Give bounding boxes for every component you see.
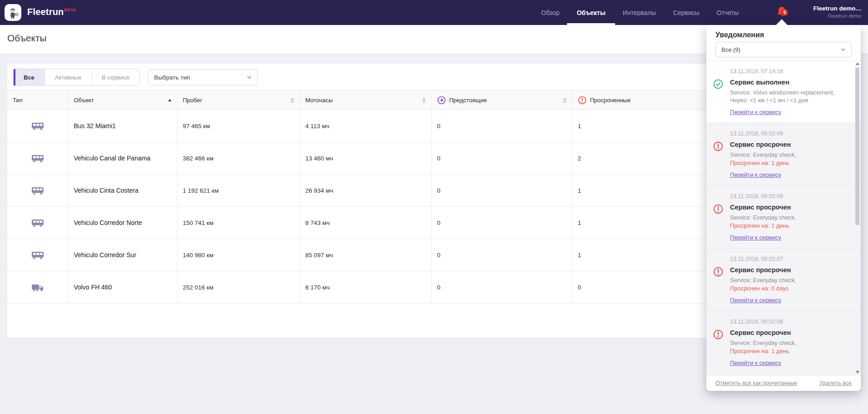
notification-item[interactable]: 13.11.2018, 00:02:08 Сервис просрочен Se…	[706, 186, 861, 249]
notification-overdue-line: Просрочен на: 1 день	[730, 222, 849, 229]
notification-service-line: Service: Everyday check,	[730, 339, 849, 347]
sort-icon[interactable]	[291, 98, 294, 103]
object-mileage: 1 192 621 км	[177, 175, 300, 207]
object-engine-hours: 85 097 мч	[300, 239, 431, 271]
object-upcoming: 0	[431, 142, 572, 175]
brand-name: FleetrunBETA	[27, 7, 76, 17]
nav-item[interactable]: Отчеты	[717, 0, 739, 25]
object-name: Volvo FH 460	[68, 271, 177, 304]
notification-title: Сервис просрочен	[730, 266, 849, 274]
go-to-service-link[interactable]: Перейти к сервису	[730, 234, 781, 241]
go-to-service-link[interactable]: Перейти к сервису	[730, 171, 781, 178]
notification-service-line: Service: Everyday check,	[730, 276, 849, 284]
notification-title: Сервис выполнен	[730, 79, 849, 86]
col-object[interactable]: Объект	[68, 91, 177, 110]
notifications-bell-button[interactable]: 5	[776, 6, 791, 20]
notifications-title: Уведомления	[715, 31, 764, 39]
filter-tab[interactable]: Все	[13, 69, 44, 85]
object-engine-hours: 26 934 мч	[300, 175, 431, 207]
panel-scrollbar[interactable]	[855, 61, 860, 374]
chevron-down-icon	[840, 48, 846, 51]
fleetrun-logo[interactable]	[5, 4, 21, 21]
bus-icon	[31, 251, 44, 259]
object-upcoming: 0	[431, 110, 572, 142]
notification-title: Сервис просрочен	[730, 204, 849, 211]
object-upcoming: 0	[431, 239, 572, 271]
object-upcoming: 0	[431, 271, 572, 304]
notification-service-line: Service: Everyday check,	[730, 214, 849, 221]
object-mileage: 97 465 км	[177, 110, 300, 142]
notification-timestamp: 13.11.2018, 07:14:18	[730, 68, 849, 75]
upcoming-icon	[437, 96, 446, 105]
notifications-panel: Уведомления Все (9)	[706, 25, 861, 391]
object-engine-hours: 13 460 мч	[300, 142, 431, 175]
object-mileage: 150 741 км	[177, 207, 300, 239]
filter-tab[interactable]: В сервисе	[91, 69, 139, 85]
nav-item[interactable]: Объекты	[577, 0, 605, 25]
bus-icon	[31, 122, 44, 130]
notification-timestamp: 13.11.2018, 00:02:06	[730, 319, 849, 325]
go-to-service-link[interactable]: Перейти к сервису	[730, 109, 781, 115]
delete-all-link[interactable]: Удалить все	[819, 380, 852, 386]
overdue-icon	[578, 96, 587, 105]
scrollbar-thumb[interactable]	[855, 68, 859, 225]
object-name: Vehiculo Canal de Panama	[68, 142, 177, 175]
notification-overdue-line: Просрочен на: 1 день	[730, 347, 849, 355]
type-select[interactable]: Выбрать тип	[148, 69, 258, 85]
nav-item[interactable]: Обзор	[541, 0, 559, 25]
main-nav: Обзор Объекты Интервалы Сервисы Отчеты	[541, 0, 739, 25]
col-upcoming[interactable]: Предстоящие	[431, 91, 572, 110]
object-name: Vehiculo Corredor Norte	[68, 207, 177, 239]
notification-title: Сервис просрочен	[730, 141, 849, 148]
status-filter-tabs: Все Активные В сервисе	[13, 69, 140, 86]
sort-icon[interactable]	[563, 98, 567, 103]
bus-icon	[31, 219, 44, 227]
notification-overdue-line: Просрочен на: 0 days	[730, 284, 849, 292]
mark-all-read-link[interactable]: Отметить все как прочитанные	[715, 380, 797, 386]
notifications-list: 13.11.2018, 07:14:18 Сервис выполнен Ser…	[706, 61, 861, 375]
nav-item[interactable]: Сервисы	[673, 0, 700, 25]
notification-count-badge: 5	[781, 9, 788, 16]
notification-title: Сервис просрочен	[730, 329, 849, 336]
notification-item[interactable]: 13.11.2018, 00:02:09 Сервис просрочен Se…	[706, 123, 861, 186]
notifications-footer: Отметить все как прочитанные Удалить все	[706, 375, 861, 391]
notification-item[interactable]: 13.11.2018, 07:14:18 Сервис выполнен Ser…	[706, 61, 861, 123]
col-engine-hours[interactable]: Моточасы	[300, 91, 431, 110]
notification-timestamp: 13.11.2018, 00:02:09	[730, 130, 849, 137]
object-upcoming: 0	[431, 207, 572, 239]
scroll-down-arrow-icon[interactable]	[856, 371, 859, 374]
mechanic-logo-icon	[7, 7, 19, 19]
check-circle-icon	[713, 79, 723, 89]
go-to-service-link[interactable]: Перейти к сервису	[730, 297, 781, 304]
notifications-filter-select[interactable]: Все (9)	[715, 42, 852, 57]
filter-tab[interactable]: Активные	[44, 69, 91, 85]
alert-circle-icon	[713, 329, 723, 339]
object-upcoming: 0	[431, 175, 572, 207]
notification-service-line: Service: Volvo windscreen replacement,	[730, 89, 849, 96]
go-to-service-link[interactable]: Перейти к сервису	[730, 359, 781, 366]
user-menu[interactable]: Fleetrun demo… Fleetrun demo	[813, 4, 862, 20]
object-engine-hours: 6 170 мч	[300, 271, 431, 304]
object-name: Vehiculo Corredor Sur	[68, 239, 177, 271]
sort-asc-icon[interactable]	[168, 99, 172, 101]
object-mileage: 382 466 км	[177, 142, 300, 175]
notification-item[interactable]: 13.11.2018, 00:02:06 Сервис просрочен Se…	[706, 311, 861, 374]
notification-overdue-line: Просрочен на: 1 день	[730, 159, 849, 167]
object-mileage: 252 016 км	[177, 271, 300, 304]
notification-item[interactable]: 13.11.2018, 00:02:07 Сервис просрочен Se…	[706, 249, 861, 311]
top-navbar: FleetrunBETA Обзор Объекты Интервалы Сер…	[0, 0, 868, 25]
col-mileage[interactable]: Пробег	[177, 91, 300, 110]
bus-icon	[31, 186, 44, 195]
scroll-up-arrow-icon[interactable]	[856, 62, 859, 65]
bus-icon	[31, 154, 44, 163]
filter-row: Все Активные В сервисе Выбрать тип	[13, 67, 258, 87]
col-type: Тип	[7, 91, 68, 110]
nav-item[interactable]: Интервалы	[623, 0, 656, 25]
notification-extra-line: Через: <1 км / <1 мч / <1 дня	[730, 96, 849, 104]
alert-circle-icon	[713, 267, 723, 277]
chevron-down-icon	[247, 75, 252, 79]
object-name: Bus 32 Miami1	[68, 110, 177, 142]
object-name: Vehiculo Cinta Costera	[68, 175, 177, 207]
truck-icon	[31, 283, 44, 292]
sort-icon[interactable]	[422, 98, 426, 103]
